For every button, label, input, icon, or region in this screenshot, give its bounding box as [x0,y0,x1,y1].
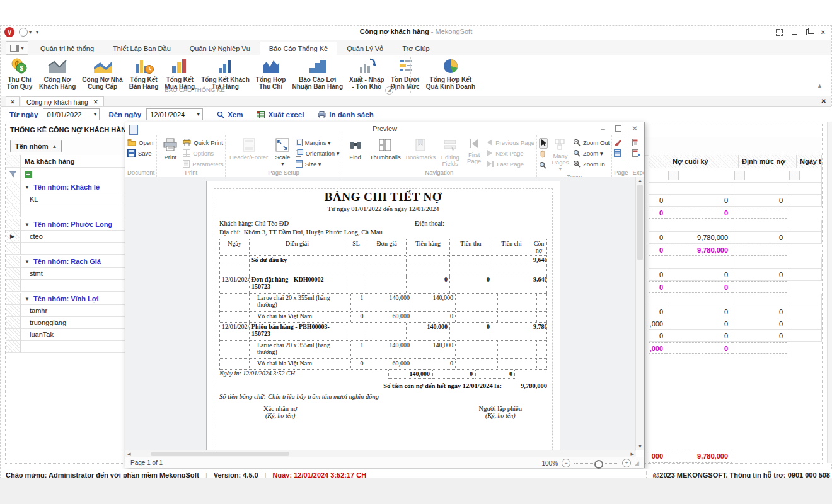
header-footer-button[interactable]: Header/Footer [228,137,269,162]
horizontal-scroll-thumb[interactable] [151,452,289,456]
parameters-button[interactable]: Parameters [183,159,223,169]
scale-button[interactable]: Scale ▾ [271,137,294,168]
zoom-out-button[interactable]: Zoom Out [573,138,610,147]
vertical-scroll-thumb[interactable] [637,185,643,260]
column-header-ngay-toi-han[interactable]: Ngày tới hạn [797,155,822,168]
filter-cell[interactable] [649,168,666,183]
thumbnails-button[interactable]: Thumbnails [368,137,403,162]
ribbon-item-6[interactable]: Tổng Kết KháchTrả Hàng [198,56,253,91]
export-document-button[interactable] [632,138,640,147]
dialog-launcher-icon[interactable]: ◢ [385,86,393,94]
hand-tool-button[interactable] [539,150,548,159]
zoom-slider-thumb[interactable] [594,460,603,469]
data-row-truonggiang[interactable]: truonggiang [6,317,130,329]
size-button[interactable]: Size ▾ [296,159,340,169]
view-button[interactable]: Xem [217,111,243,118]
data-row-cteo[interactable]: ▶cteo [6,231,130,243]
filter-cell-ngay-toi-han[interactable]: = [787,168,822,183]
orientation-button[interactable]: Orientation ▾ [296,149,340,158]
next-page-button[interactable]: Next Page [487,149,534,158]
data-row-luanTak[interactable]: luanTak [6,329,130,341]
ribbon-item-3[interactable]: Công Nợ NhàCung Cấp [79,56,125,91]
preview-vertical-scrollbar[interactable]: ▲ ▼ [635,177,644,450]
data-row-right-tamhr[interactable]: 000 [649,306,822,318]
minimize-icon[interactable] [792,34,797,35]
ribbon-item-4[interactable]: Tổng KếtBán Hàng [126,56,162,91]
resize-grip-icon[interactable]: ◢ [635,460,639,466]
quick-print-button[interactable]: Quick Print [183,138,223,147]
tab-close-icon[interactable]: ✕ [93,99,98,105]
preview-title-bar[interactable]: Preview – ✕ [125,122,644,136]
export-excel-button[interactable]: Xuất excel [257,111,304,118]
close-icon[interactable]: × [821,28,825,36]
save-button[interactable]: Save [127,149,153,158]
group-by-chip[interactable]: Tên nhóm▲ [10,140,62,152]
column-header-no-cuoi-ky[interactable]: Nợ cuối kỳ [669,155,739,168]
data-row-tamhr[interactable]: tamhr [6,305,130,317]
preview-document-area[interactable]: BẢNG CHI TIẾT NỢ Từ ngày 01/01/2022 đến … [125,177,636,450]
watermark-button[interactable] [614,138,622,147]
app-menu-button[interactable]: ▾ [6,41,28,55]
data-row-KL[interactable]: KL [6,193,130,205]
pointer-tool-button[interactable] [539,138,548,149]
zoom-increase-icon[interactable]: + [622,459,631,467]
ribbon-tab-4[interactable]: Báo Cáo Thống Kê [260,42,337,55]
tabstrip-close-icon[interactable]: ✕ [821,98,826,105]
ribbon-tab-3[interactable]: Quản Lý Nghiệp Vụ [180,42,260,55]
margins-button[interactable]: Margins ▾ [296,138,340,147]
preview-maximize-icon[interactable] [615,125,621,132]
to-date-combobox[interactable]: 12/01/2024▼ [146,108,203,120]
send-document-button[interactable] [632,149,640,158]
from-date-combobox[interactable]: 01/01/2022▼ [43,108,100,120]
zoom-in-button[interactable]: Zoom In [573,159,610,169]
zoom-button[interactable]: Zoom ▾ [573,149,610,158]
options-button[interactable]: Options [183,149,223,158]
group-row-3[interactable]: ▼Tên nhóm: Rạch Giá [6,256,130,268]
ribbon-tab-1[interactable]: Quản trị hệ thống [31,42,103,55]
group-row-2[interactable]: ▼Tên nhóm: Phước Long [6,219,130,231]
ribbon-item-2[interactable]: Công NợKhách Hàng [36,56,79,91]
ribbon-item-10[interactable]: Tồn DướiĐịnh Mức [388,56,423,91]
data-row-right-stmt[interactable]: 000 [649,269,822,281]
data-row-right-truonggiang[interactable]: ,00000 [649,318,822,330]
column-header-dinh-muc-no[interactable]: Định mức nợ [739,155,797,168]
column-header-ma-khach-hang[interactable]: Mã khách hàng [21,155,130,168]
ribbon-item-5[interactable]: Tổng KếtMua Hàng [161,56,198,91]
editing-fields-button[interactable]: Editing Fields [439,137,461,168]
zoom-decrease-icon[interactable]: − [562,459,570,467]
find-button[interactable]: Find [344,137,367,162]
print-button[interactable]: Print [159,137,182,162]
filter-cell-no-cuoi-ky[interactable]: = [666,168,732,183]
page-color-button[interactable] [614,149,622,158]
ribbon-item-7[interactable]: Tổng HợpThu Chi [253,56,289,91]
filter-cell-ma-khach-hang[interactable] [21,168,130,181]
preview-close-icon[interactable]: ✕ [632,124,638,133]
ribbon-tab-5[interactable]: Quản Lý Vỏ [337,42,393,55]
open-button[interactable]: Open [127,138,153,147]
fullscreen-icon[interactable] [776,29,783,36]
previous-page-button[interactable]: Previous Page [487,138,534,147]
ribbon-collapse-icon[interactable]: ▲ [817,83,823,89]
first-page-button[interactable]: First Page [463,137,485,166]
restore-icon[interactable] [806,29,812,35]
bookmarks-button[interactable]: Bookmarks [404,137,438,162]
group-row-4[interactable]: ▼Tên nhóm: Vĩnh Lợi [6,293,130,305]
preview-minimize-icon[interactable]: – [601,125,605,132]
filter-cell-dinh-muc-no[interactable]: = [732,168,787,183]
data-row-right-cteo[interactable]: 09,780,0000 [649,232,822,244]
ribbon-tab-2[interactable]: Thiết Lập Ban Đầu [103,42,180,55]
data-row-right-KL[interactable]: 000 [649,195,822,207]
tab-cong-no-khach-hang[interactable]: Công nợ khách hàng ✕ [21,96,104,106]
many-pages-button[interactable]: Many Pages ▾ [549,137,572,173]
ribbon-item-9[interactable]: Xuất - Nhập- Tồn Kho [346,56,388,91]
close-all-tabs-button[interactable]: ✕ [6,96,20,106]
last-page-button[interactable]: Last Page [487,159,534,169]
print-list-button[interactable]: In danh sách [318,111,373,118]
ribbon-item-11[interactable]: Tổng Hợp KếtQuả Kinh Doanh [423,56,478,91]
group-row-1[interactable]: ▼Tên nhóm: Khách lẻ [6,181,130,193]
data-row-right-luanTak[interactable]: 000 [649,330,822,342]
magnifier-tool-button[interactable] [539,161,548,170]
ribbon-item-8[interactable]: Báo Cáo LợiNhuận Bán Hàng [289,56,346,91]
ribbon-tab-6[interactable]: Trợ Giúp [393,42,439,55]
zoom-slider[interactable] [574,463,618,464]
